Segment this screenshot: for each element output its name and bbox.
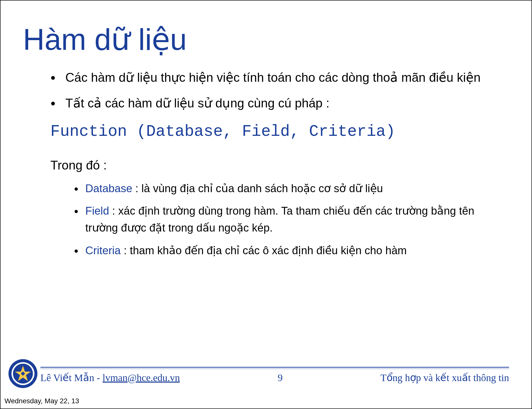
term-criteria-desc: : tham khảo đến địa chỉ các ô xác định đ…	[121, 244, 407, 256]
main-bullet-list: Các hàm dữ liệu thực hiện việc tính toán…	[23, 68, 509, 113]
footer-row: Lê Viết Mẫn - lvman@hce.edu.vn 9 Tổng hợ…	[40, 372, 509, 384]
term-database: Database	[85, 182, 132, 194]
footer-rule-bottom	[40, 369, 509, 369]
term-database-desc: : là vùng địa chỉ của danh sách hoặc cơ …	[132, 182, 383, 194]
definition-item: Field : xác định trường dùng trong hàm. …	[83, 202, 509, 236]
bullet-item: Tất cả các hàm dữ liệu sử dụng cùng cú p…	[60, 94, 509, 113]
footer-author: Lê Viết Mẫn -	[40, 372, 103, 383]
sub-heading: Trong đó :	[50, 158, 509, 172]
footer-page-number: 9	[278, 372, 283, 384]
term-criteria: Criteria	[85, 244, 121, 256]
term-field-desc: : xác định trường dùng trong hàm. Ta tha…	[85, 205, 474, 234]
term-field: Field	[85, 205, 109, 217]
footer-rule-top	[40, 367, 509, 368]
footer-right-text: Tổng hợp và kết xuất thông tin	[380, 372, 509, 384]
date-stamp: Wednesday, May 22, 13	[4, 397, 79, 405]
definition-item: Database : là vùng địa chỉ của danh sách…	[83, 180, 509, 197]
slide-page: Hàm dữ liệu Các hàm dữ liệu thực hiện vi…	[0, 0, 532, 409]
definition-item: Criteria : tham khảo đến địa chỉ các ô x…	[83, 242, 509, 259]
footer-email: lvman@hce.edu.vn	[103, 372, 180, 383]
function-syntax: Function (Database, Field, Criteria)	[50, 123, 509, 141]
slide-footer: Lê Viết Mẫn - lvman@hce.edu.vn 9 Tổng hợ…	[40, 367, 509, 384]
slide-content: Hàm dữ liệu Các hàm dữ liệu thực hiện vi…	[0, 0, 532, 264]
definition-list: Database : là vùng địa chỉ của danh sách…	[23, 180, 509, 259]
bullet-item: Các hàm dữ liệu thực hiện việc tính toán…	[60, 68, 509, 87]
footer-author-block: Lê Viết Mẫn - lvman@hce.edu.vn	[40, 372, 180, 384]
college-logo-icon	[8, 359, 38, 389]
slide-title: Hàm dữ liệu	[23, 23, 509, 56]
